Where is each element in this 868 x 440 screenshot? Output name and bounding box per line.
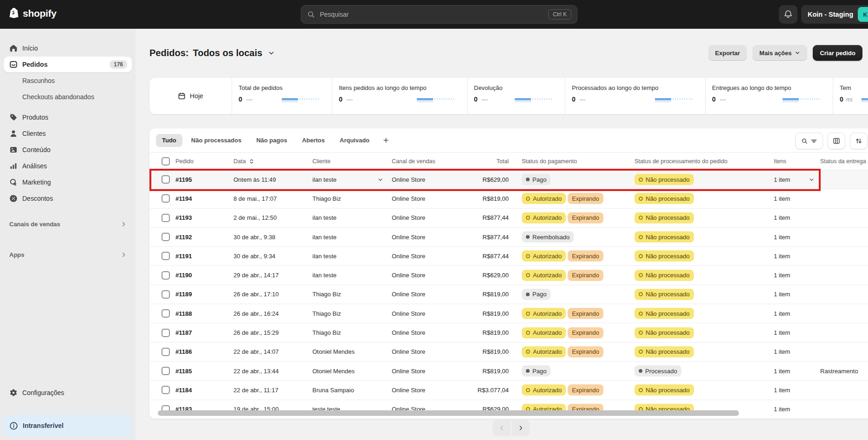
table-row-1188[interactable]: #1188 26 de abr., 16:24 Thiago Biz Onlin…	[149, 304, 868, 323]
location-selector-label[interactable]: Todos os locais	[193, 48, 262, 58]
row-checkbox[interactable]	[162, 175, 170, 184]
sidebar-section-canais-de-vendas[interactable]: Canais de vendas	[4, 217, 132, 231]
tab-tudo[interactable]: Tudo	[156, 134, 182, 147]
create-order-button[interactable]: Criar pedido	[813, 45, 862, 61]
column-header-customer[interactable]: Cliente	[311, 153, 390, 170]
order-number[interactable]: #1188	[174, 304, 232, 323]
sort-button[interactable]	[850, 133, 868, 149]
sort-carets-icon[interactable]	[248, 158, 255, 165]
column-header-total[interactable]: Total	[460, 153, 520, 170]
sidebar-item-pedidos[interactable]: Pedidos176	[4, 57, 132, 72]
sidebar-item-descontos[interactable]: Descontos	[4, 191, 132, 206]
fulfillment-status-cell: Não processado	[633, 209, 772, 227]
table-row-1186[interactable]: #1186 22 de abr., 14:07 Otoniel Mendes O…	[149, 343, 868, 362]
column-header-channel[interactable]: Canal de vendas	[390, 153, 460, 170]
table-row-1194[interactable]: #1194 8 de mai., 17:07 Thiago Biz Online…	[149, 189, 868, 208]
tab-nao-pagos[interactable]: Não pagos	[250, 134, 293, 147]
order-number[interactable]: #1194	[174, 189, 232, 208]
sidebar-item-clientes[interactable]: Clientes	[4, 126, 132, 141]
table-row-1195[interactable]: #1195 Ontem às 11:49 ilan teste Online S…	[149, 170, 868, 189]
page-header: Pedidos: Todos os locais Exportar Mais a…	[149, 45, 862, 61]
date-range-picker[interactable]: Hoje	[149, 78, 232, 114]
table-row-1193[interactable]: #1193 2 de mai., 12:50 ilan teste Online…	[149, 209, 868, 228]
row-checkbox[interactable]	[162, 348, 170, 356]
shopify-wordmark: shopify	[23, 8, 57, 19]
sidebar-item-rascunhos[interactable]: Rascunhos	[4, 73, 132, 89]
metric-card-1[interactable]: Itens pedidos ao longo do tempo 0 —	[332, 78, 467, 114]
table-row-1187[interactable]: #1187 26 de abr., 15:29 Thiago Biz Onlin…	[149, 323, 868, 342]
pagination	[492, 420, 530, 436]
store-transfer-banner[interactable]: Intransferível	[3, 415, 133, 436]
order-number[interactable]: #1190	[174, 266, 232, 284]
metric-card-3[interactable]: Processados ao longo do tempo 0 —	[565, 78, 705, 114]
sidebar-item-settings[interactable]: Configurações	[4, 385, 132, 401]
order-number[interactable]: #1189	[174, 285, 232, 304]
tab-nao-processados[interactable]: Não processados	[185, 134, 247, 147]
row-checkbox[interactable]	[162, 329, 170, 337]
column-header-order[interactable]: Pedido	[174, 153, 232, 170]
sidebar-item-analises[interactable]: Análises	[4, 158, 132, 174]
chevron-down-icon[interactable]	[809, 177, 815, 183]
row-checkbox-cell	[149, 323, 174, 342]
order-channel: Online Store	[390, 228, 460, 246]
global-search-input[interactable]: Pesquisar Ctrl K	[301, 5, 577, 24]
search-and-filter-button[interactable]	[795, 133, 823, 149]
more-actions-button[interactable]: Mais ações	[752, 45, 807, 61]
sidebar-item-inicio[interactable]: Início	[4, 40, 132, 56]
metric-card-5[interactable]: Tem 0 mi	[833, 78, 868, 114]
row-checkbox[interactable]	[162, 214, 170, 222]
tab-abertos[interactable]: Abertos	[296, 134, 331, 147]
horizontal-scrollbar[interactable]	[158, 410, 739, 416]
column-header-fulfillment[interactable]: Status de processamento do pedido	[633, 153, 772, 170]
metric-card-2[interactable]: Devolução 0 —	[467, 78, 565, 114]
column-header-delivery[interactable]: Status da entrega	[818, 153, 868, 170]
tab-arquivado[interactable]: Arquivado	[334, 134, 376, 147]
chevron-down-icon[interactable]	[377, 177, 383, 183]
sidebar-item-checkouts-abandonados[interactable]: Checkouts abandonados	[4, 89, 132, 105]
column-header-date[interactable]: Data	[232, 153, 311, 170]
table-row-1192[interactable]: #1192 30 de abr., 9:38 ilan teste Online…	[149, 228, 868, 247]
row-checkbox[interactable]	[162, 271, 170, 280]
row-checkbox[interactable]	[162, 290, 170, 299]
row-checkbox[interactable]	[162, 194, 170, 203]
order-number[interactable]: #1185	[174, 362, 232, 380]
export-button[interactable]: Exportar	[708, 45, 747, 61]
order-number[interactable]: #1192	[174, 228, 232, 246]
sidebar-item-marketing[interactable]: Marketing	[4, 174, 132, 190]
column-header-items[interactable]: Itens	[772, 153, 818, 170]
table-row-1184[interactable]: #1184 22 de abr., 11:17 Bruna Sampaio On…	[149, 381, 868, 400]
metric-card-4[interactable]: Entregues ao longo do tempo 0 —	[705, 78, 833, 114]
table-row-1189[interactable]: #1189 26 de abr., 17:10 Thiago Biz Onlin…	[149, 285, 868, 304]
order-number[interactable]: #1195	[174, 170, 232, 189]
shopify-logo[interactable]: shopify	[8, 7, 57, 19]
table-row-1190[interactable]: #1190 29 de abr., 14:17 ilan teste Onlin…	[149, 266, 868, 285]
sidebar-item-conteudo[interactable]: Conteúdo	[4, 142, 132, 158]
sidebar-item-produtos[interactable]: Produtos	[4, 109, 132, 125]
row-checkbox[interactable]	[162, 252, 170, 260]
sidebar-section-apps[interactable]: Apps	[4, 248, 132, 261]
order-number[interactable]: #1191	[174, 247, 232, 265]
row-checkbox[interactable]	[162, 367, 170, 375]
order-items: 1 item	[772, 170, 818, 189]
metric-card-0[interactable]: Total de pedidos 0 —	[232, 78, 332, 114]
previous-page-button[interactable]	[492, 420, 511, 436]
table-row-1191[interactable]: #1191 30 de abr., 9:34 ilan teste Online…	[149, 247, 868, 266]
order-total: R$819,00	[460, 189, 520, 208]
status-badge: Autorizado	[522, 327, 566, 338]
row-checkbox[interactable]	[162, 233, 170, 241]
order-number[interactable]: #1184	[174, 381, 232, 399]
columns-button[interactable]	[828, 133, 845, 149]
table-row-1185[interactable]: #1185 22 de abr., 13:44 Otoniel Mendes O…	[149, 362, 868, 381]
row-checkbox[interactable]	[162, 309, 170, 318]
next-page-button[interactable]	[512, 420, 530, 436]
column-header-payment[interactable]: Status do pagamento	[520, 153, 633, 170]
store-menu-button[interactable]: Koin - Staging K	[801, 5, 868, 24]
add-view-button[interactable]	[379, 134, 392, 147]
select-all-checkbox[interactable]	[162, 157, 170, 166]
order-number[interactable]: #1186	[174, 343, 232, 361]
order-number[interactable]: #1193	[174, 209, 232, 227]
chevron-down-icon[interactable]	[268, 50, 275, 57]
notifications-button[interactable]	[779, 5, 797, 24]
row-checkbox[interactable]	[162, 386, 170, 394]
order-number[interactable]: #1187	[174, 323, 232, 342]
